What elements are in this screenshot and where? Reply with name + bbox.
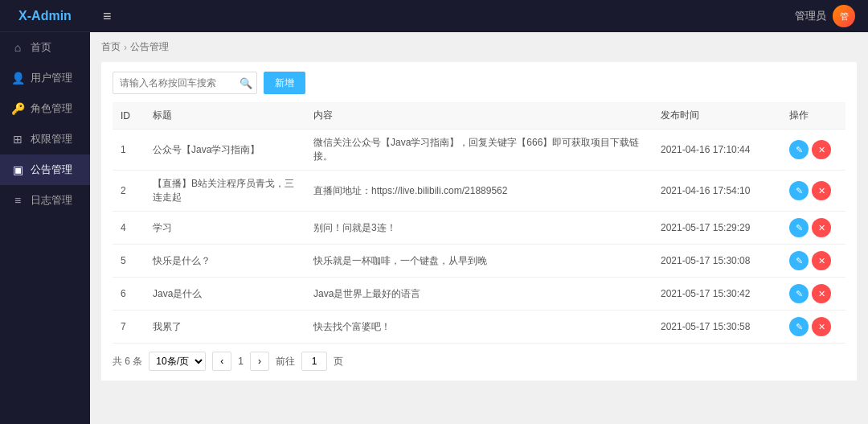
cell-title: 公众号【Java学习指南】: [145, 130, 305, 171]
cell-title: 学习: [145, 212, 305, 245]
edit-button[interactable]: ✎: [789, 251, 809, 270]
edit-button[interactable]: ✎: [789, 140, 809, 159]
table-row: 5 快乐是什么？ 快乐就是一杯咖啡，一个键盘，从早到晚 2021-05-17 1…: [113, 245, 845, 278]
table-row: 6 Java是什么 Java是世界上最好的语言 2021-05-17 15:30…: [113, 278, 845, 311]
cell-time: 2021-04-16 17:10:44: [653, 130, 781, 171]
cell-time: 2021-05-17 15:30:42: [653, 278, 781, 311]
sidebar-item-label: 角色管理: [31, 101, 72, 116]
menu-toggle-icon[interactable]: ≡: [103, 8, 112, 25]
cell-content: Java是世界上最好的语言: [305, 278, 653, 311]
sidebar-item-label: 日志管理: [31, 193, 72, 208]
cell-title: 我累了: [145, 311, 305, 344]
action-buttons: ✎ ✕: [789, 251, 837, 270]
table-row: 7 我累了 快去找个富婆吧！ 2021-05-17 15:30:58 ✎ ✕: [113, 311, 845, 344]
sidebar-item-home[interactable]: ⌂ 首页: [0, 32, 90, 63]
cell-id: 4: [113, 212, 145, 245]
breadcrumb-separator: ›: [124, 42, 127, 53]
sidebar-item-label: 用户管理: [31, 71, 72, 85]
delete-button[interactable]: ✕: [812, 140, 831, 159]
cell-content: 别问！问就是3连！: [305, 212, 653, 245]
home-icon: ⌂: [11, 41, 24, 54]
main-wrapper: ≡ 管理员 管 首页 › 公告管理 🔍 新增: [90, 0, 868, 424]
cell-action: ✎ ✕: [781, 171, 845, 212]
total-label: 共 6 条: [113, 355, 142, 368]
content-area: 首页 › 公告管理 🔍 新增 ID 标题 内容: [90, 32, 868, 424]
sidebar-item-permissions[interactable]: ⊞ 权限管理: [0, 124, 90, 154]
delete-button[interactable]: ✕: [812, 251, 831, 270]
cell-action: ✎ ✕: [781, 278, 845, 311]
main-panel: 🔍 新增 ID 标题 内容 发布时间 操作 1 公众号【Ja: [101, 62, 857, 381]
edit-button[interactable]: ✎: [789, 181, 809, 200]
announcement-icon: ▣: [11, 163, 24, 176]
cell-time: 2021-04-16 17:54:10: [653, 171, 781, 212]
cell-title: 【直播】B站关注程序员青戈，三连走起: [145, 171, 305, 212]
sidebar-item-label: 权限管理: [31, 132, 72, 146]
delete-button[interactable]: ✕: [812, 218, 831, 237]
prev-page-button[interactable]: ‹: [212, 352, 231, 371]
cell-id: 1: [113, 130, 145, 171]
col-header-title: 标题: [145, 102, 305, 130]
goto-label: 前往: [276, 355, 295, 368]
topbar: ≡ 管理员 管: [90, 0, 868, 32]
action-buttons: ✎ ✕: [789, 284, 837, 303]
page-suffix: 页: [334, 355, 343, 368]
announcements-table: ID 标题 内容 发布时间 操作 1 公众号【Java学习指南】 微信关注公众号…: [113, 102, 845, 344]
col-header-id: ID: [113, 102, 145, 130]
delete-button[interactable]: ✕: [812, 317, 831, 336]
topbar-user: 管理员 管: [795, 5, 855, 27]
delete-button[interactable]: ✕: [812, 181, 831, 200]
edit-button[interactable]: ✎: [789, 284, 809, 303]
cell-id: 6: [113, 278, 145, 311]
cell-time: 2021-05-17 15:29:29: [653, 212, 781, 245]
cell-content: 直播间地址：https://live.bilibili.com/21889562: [305, 171, 653, 212]
app-logo: X-Admin: [0, 0, 90, 32]
table-row: 4 学习 别问！问就是3连！ 2021-05-17 15:29:29 ✎ ✕: [113, 212, 845, 245]
col-header-time: 发布时间: [653, 102, 781, 130]
col-header-action: 操作: [781, 102, 845, 130]
table-row: 1 公众号【Java学习指南】 微信关注公众号【Java学习指南】，回复关键字【…: [113, 130, 845, 171]
cell-content: 快去找个富婆吧！: [305, 311, 653, 344]
sidebar-item-roles[interactable]: 🔑 角色管理: [0, 93, 90, 124]
current-page-display: 1: [238, 356, 244, 367]
cell-title: Java是什么: [145, 278, 305, 311]
search-input[interactable]: [113, 72, 257, 94]
cell-id: 7: [113, 311, 145, 344]
edit-button[interactable]: ✎: [789, 218, 809, 237]
breadcrumb-current: 公告管理: [130, 40, 169, 54]
breadcrumb-home[interactable]: 首页: [101, 40, 121, 54]
table-row: 2 【直播】B站关注程序员青戈，三连走起 直播间地址：https://live.…: [113, 171, 845, 212]
cell-content: 微信关注公众号【Java学习指南】，回复关键字【666】即可获取项目下载链接。: [305, 130, 653, 171]
pagination: 共 6 条 10条/页 ‹ 1 › 前往 页: [113, 352, 845, 371]
action-buttons: ✎ ✕: [789, 140, 837, 159]
logs-icon: ≡: [11, 194, 24, 207]
sidebar-item-logs[interactable]: ≡ 日志管理: [0, 185, 90, 216]
role-icon: 🔑: [11, 102, 24, 115]
cell-action: ✎ ✕: [781, 212, 845, 245]
col-header-content: 内容: [305, 102, 653, 130]
sidebar-item-label: 首页: [31, 40, 51, 55]
cell-action: ✎ ✕: [781, 130, 845, 171]
page-size-select[interactable]: 10条/页: [149, 352, 206, 371]
username-label: 管理员: [795, 9, 826, 23]
delete-button[interactable]: ✕: [812, 284, 831, 303]
goto-page-input[interactable]: [301, 352, 327, 371]
search-wrapper: 🔍: [113, 72, 257, 94]
permissions-icon: ⊞: [11, 133, 24, 146]
cell-title: 快乐是什么？: [145, 245, 305, 278]
user-icon: 👤: [11, 72, 24, 84]
sidebar: X-Admin ⌂ 首页 👤 用户管理 🔑 角色管理 ⊞ 权限管理 ▣ 公告管理…: [0, 0, 90, 424]
avatar: 管: [833, 5, 855, 27]
sidebar-item-announcements[interactable]: ▣ 公告管理: [0, 154, 90, 185]
next-page-button[interactable]: ›: [250, 352, 269, 371]
breadcrumb: 首页 › 公告管理: [101, 40, 857, 54]
sidebar-item-label: 公告管理: [31, 163, 72, 177]
edit-button[interactable]: ✎: [789, 317, 809, 336]
cell-time: 2021-05-17 15:30:08: [653, 245, 781, 278]
cell-time: 2021-05-17 15:30:58: [653, 311, 781, 344]
action-buttons: ✎ ✕: [789, 181, 837, 200]
sidebar-item-users[interactable]: 👤 用户管理: [0, 63, 90, 93]
table-header-row: ID 标题 内容 发布时间 操作: [113, 102, 845, 130]
cell-id: 5: [113, 245, 145, 278]
toolbar: 🔍 新增: [113, 72, 845, 94]
new-button[interactable]: 新增: [264, 72, 305, 94]
